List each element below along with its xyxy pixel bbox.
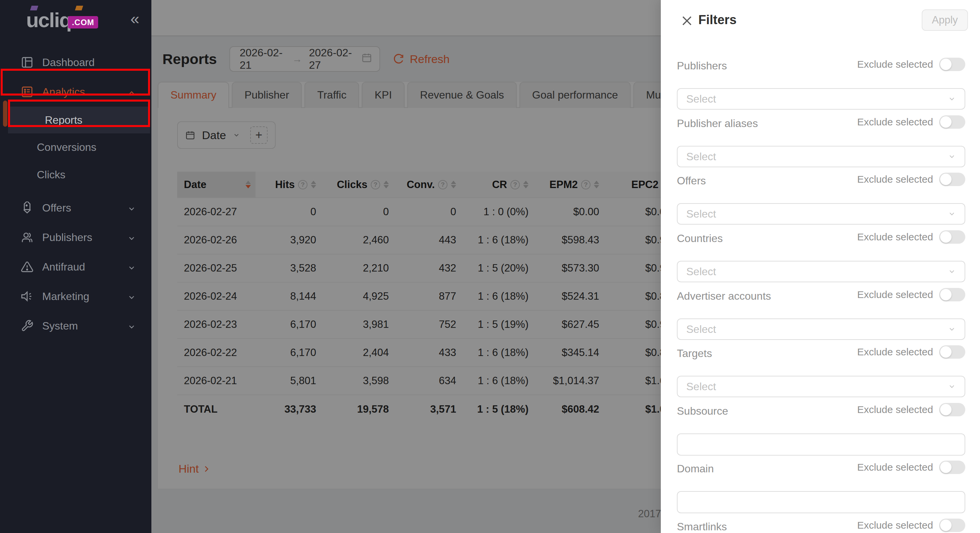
logo-badge: .COM — [68, 16, 99, 29]
publisher-aliases-select[interactable]: Select — [677, 146, 965, 167]
select-placeholder: Select — [686, 150, 716, 163]
filter-label: Publisher aliases — [677, 117, 758, 129]
sidebar-item-offers[interactable]: Offers — [0, 193, 151, 223]
chevron-down-icon — [948, 325, 956, 333]
wrench-icon — [21, 319, 33, 332]
publishers-select[interactable]: Select — [677, 88, 965, 110]
chevron-down-icon — [948, 268, 956, 276]
filter-section-offers: Offers Exclude selected Select — [677, 175, 965, 225]
filter-label: Smartlinks — [677, 520, 727, 533]
sidebar-item-label: Dashboard — [42, 56, 95, 69]
users-icon — [21, 231, 33, 244]
exclude-toggle[interactable] — [939, 403, 965, 417]
drawer-title: Filters — [698, 13, 737, 27]
filter-label: Targets — [677, 347, 712, 359]
chevron-down-icon — [948, 153, 956, 161]
chevron-down-icon — [127, 262, 136, 271]
sidebar-item-analytics[interactable]: Analytics — [0, 77, 151, 107]
sidebar-item-label: Clicks — [37, 169, 65, 181]
offers-select[interactable]: Select — [677, 203, 965, 225]
logo[interactable]: ucliq .COM — [26, 10, 98, 30]
filter-label: Domain — [677, 463, 714, 475]
filter-label: Advertiser accounts — [677, 290, 771, 302]
select-placeholder: Select — [686, 208, 716, 220]
subsource-input[interactable] — [677, 433, 965, 456]
filter-section-advertiser-accounts: Advertiser accounts Exclude selected Sel… — [677, 290, 965, 340]
exclude-selected-label: Exclude selected — [857, 231, 933, 243]
exclude-toggle[interactable] — [939, 288, 965, 302]
chevron-down-icon — [127, 321, 136, 330]
sidebar-item-label: Antifraud — [42, 261, 85, 273]
filter-section-smartlinks: Smartlinks Exclude selected Select — [677, 520, 965, 533]
active-item-indicator — [3, 101, 7, 127]
select-placeholder: Select — [686, 323, 716, 335]
sidebar-item-label: Publishers — [42, 231, 92, 244]
sidebar-item-system[interactable]: System — [0, 311, 151, 341]
exclude-selected-label: Exclude selected — [857, 346, 933, 357]
sidebar-item-marketing[interactable]: Marketing — [0, 282, 151, 311]
exclude-selected-label: Exclude selected — [857, 289, 933, 300]
sidebar-item-dashboard[interactable]: Dashboard — [0, 48, 151, 77]
close-icon[interactable] — [681, 15, 693, 27]
warning-triangle-icon — [21, 260, 33, 273]
filter-label: Offers — [677, 175, 706, 187]
chevron-down-icon — [948, 383, 956, 391]
targets-select[interactable]: Select — [677, 376, 965, 397]
exclude-toggle[interactable] — [939, 172, 965, 186]
sidebar-menu: Dashboard Analytics Reports Conversions … — [0, 48, 151, 341]
chevron-up-icon — [127, 88, 136, 96]
filter-section-subsource: Subsource Exclude selected — [677, 405, 965, 456]
sidebar-collapse-icon[interactable]: « — [130, 11, 139, 27]
exclude-toggle[interactable] — [939, 519, 965, 532]
sidebar-item-conversions[interactable]: Conversions — [0, 133, 151, 161]
exclude-toggle[interactable] — [939, 57, 965, 71]
filter-label: Countries — [677, 232, 723, 244]
chevron-down-icon — [948, 210, 956, 218]
domain-input[interactable] — [677, 491, 965, 513]
filter-section-domain: Domain Exclude selected — [677, 463, 965, 513]
exclude-selected-label: Exclude selected — [857, 404, 933, 415]
analytics-icon — [21, 86, 33, 98]
exclude-toggle[interactable] — [939, 115, 965, 129]
filter-section-targets: Targets Exclude selected Select — [677, 347, 965, 397]
sidebar-item-publishers[interactable]: Publishers — [0, 223, 151, 252]
filter-section-publishers: Publishers Exclude selected Select — [677, 60, 965, 110]
filters-drawer: Filters Apply Publishers Exclude selecte… — [661, 0, 980, 533]
select-placeholder: Select — [686, 265, 716, 278]
sidebar-item-clicks[interactable]: Clicks — [0, 161, 151, 188]
apply-button[interactable]: Apply — [922, 10, 968, 31]
exclude-toggle[interactable] — [939, 461, 965, 474]
sidebar-item-label: Conversions — [37, 141, 97, 153]
countries-select[interactable]: Select — [677, 261, 965, 282]
advertiser-accounts-select[interactable]: Select — [677, 318, 965, 340]
logo-accent-orange — [75, 6, 83, 10]
chevron-down-icon — [127, 292, 136, 301]
exclude-toggle[interactable] — [939, 345, 965, 359]
sidebar-item-label: Reports — [45, 114, 83, 126]
sidebar: ucliq .COM « Dashboard Analytics — [0, 0, 151, 533]
exclude-toggle[interactable] — [939, 230, 965, 244]
sidebar-item-antifraud[interactable]: Antifraud — [0, 252, 151, 282]
select-placeholder: Select — [686, 93, 716, 105]
select-placeholder: Select — [686, 380, 716, 393]
megaphone-icon — [21, 290, 33, 303]
sidebar-item-label: Analytics — [42, 86, 85, 98]
chevron-down-icon — [948, 95, 956, 103]
exclude-selected-label: Exclude selected — [857, 174, 933, 185]
dashboard-icon — [21, 56, 33, 69]
exclude-selected-label: Exclude selected — [857, 520, 933, 531]
chevron-down-icon — [127, 233, 136, 242]
tag-icon — [21, 201, 33, 214]
filter-section-countries: Countries Exclude selected Select — [677, 232, 965, 282]
filter-label: Publishers — [677, 60, 727, 72]
exclude-selected-label: Exclude selected — [857, 59, 933, 70]
sidebar-item-reports[interactable]: Reports — [8, 107, 150, 133]
logo-text: ucliq — [26, 10, 72, 30]
sidebar-item-label: Offers — [42, 202, 72, 214]
exclude-selected-label: Exclude selected — [857, 461, 933, 473]
filter-label: Subsource — [677, 405, 728, 417]
sidebar-item-label: System — [42, 320, 78, 332]
exclude-selected-label: Exclude selected — [857, 116, 933, 128]
filter-section-publisher-aliases: Publisher aliases Exclude selected Selec… — [677, 117, 965, 167]
sidebar-item-label: Marketing — [42, 290, 89, 303]
